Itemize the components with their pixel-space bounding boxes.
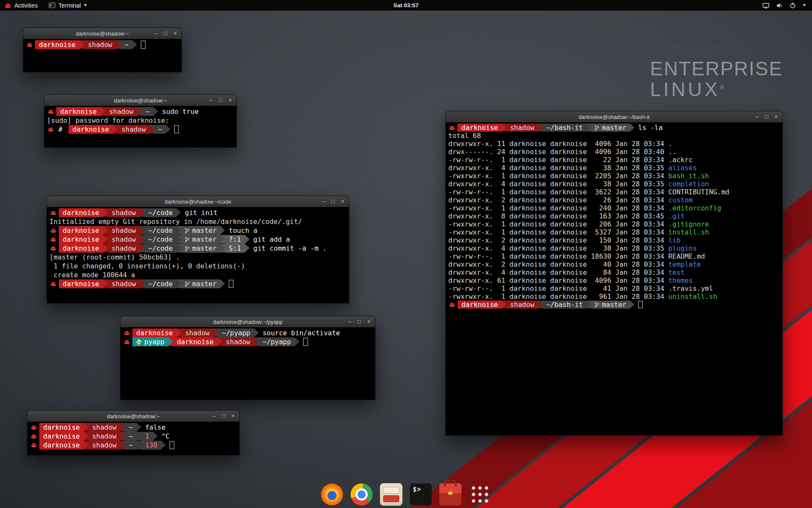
maximize-button[interactable]: □ bbox=[765, 111, 768, 122]
terminal-output: drwxrwxr-x. 2 darknoise darknoise 40 Jan… bbox=[447, 260, 668, 268]
minimize-button[interactable]: – bbox=[322, 196, 325, 207]
prompt-segment-path: ~ bbox=[142, 107, 154, 116]
rhel-branding: RED HAT® ENTERPRISE LINUX® bbox=[650, 42, 783, 100]
powerline-arrow-icon bbox=[176, 279, 181, 288]
prompt-segment-host: shadow bbox=[88, 423, 121, 432]
maximize-button[interactable]: □ bbox=[164, 28, 167, 39]
clock[interactable]: Sat 03:57 bbox=[393, 2, 418, 8]
minimize-button[interactable]: – bbox=[755, 111, 758, 122]
terminal-line: drwxrwxr-x. 4 darknoise darknoise 38 Jan… bbox=[447, 180, 781, 188]
prompt-segment-exit: 1 bbox=[141, 432, 153, 441]
close-button[interactable]: × bbox=[228, 95, 232, 106]
minimize-button[interactable]: – bbox=[348, 316, 351, 327]
terminal-output: .git bbox=[668, 212, 685, 220]
close-button[interactable]: × bbox=[173, 28, 177, 39]
terminal-line: -rwxrwxr-x. 1 darknoise darknoise 5327 J… bbox=[447, 228, 781, 236]
powerline-arrow-icon bbox=[166, 125, 170, 133]
command-text: ^C bbox=[162, 432, 170, 441]
redhat-icon bbox=[449, 124, 455, 132]
dock: $> bbox=[320, 483, 492, 506]
prompt-segment-host: shadow bbox=[506, 301, 538, 309]
window-titlebar[interactable]: darknoise@shadow:~/code – □ × bbox=[47, 196, 349, 207]
maximize-button[interactable]: □ bbox=[358, 316, 361, 327]
terminal-output: drwxrwxr-x. 2 darknoise darknoise 26 Jan… bbox=[447, 196, 668, 204]
terminal-line: darknoiseshadow~130 bbox=[29, 441, 238, 450]
prompt-segment-path: ~/code bbox=[145, 208, 177, 217]
prompt-segment-user: darknoise bbox=[59, 244, 103, 253]
git-branch-icon bbox=[595, 125, 599, 131]
terminal-output: plugins bbox=[668, 244, 697, 252]
prompt-segment-gitstat: S:1 bbox=[225, 244, 245, 253]
minimize-button[interactable]: – bbox=[212, 411, 215, 422]
prompt-segment-path: ~/code bbox=[145, 279, 177, 288]
dock-toolbox[interactable] bbox=[439, 483, 462, 506]
powerline-arrow-icon bbox=[502, 124, 506, 131]
redhat-icon bbox=[30, 423, 37, 432]
terminal-content[interactable]: darknoiseshadow~/pyappsource bin/activat… bbox=[121, 327, 375, 400]
terminal-line: darknoiseshadow~/codemaster bbox=[49, 279, 347, 288]
terminal-content[interactable]: darknoiseshadow~falsedarknoiseshadow~1^C… bbox=[27, 422, 239, 455]
minimize-button[interactable]: – bbox=[154, 28, 157, 39]
terminal-cursor bbox=[303, 338, 308, 346]
terminal-line: drwxrwxr-x. 11 darknoise darknoise 4096 … bbox=[447, 140, 781, 148]
maximize-button[interactable]: □ bbox=[222, 411, 225, 422]
terminal-output: -rwxrwxr-x. 1 darknoise darknoise 240 Ja… bbox=[447, 204, 668, 212]
prompt-segment-host: shadow bbox=[105, 107, 137, 116]
window-titlebar[interactable]: darknoise@shadow:~/bash-it – □ × bbox=[446, 111, 782, 123]
terminal-output: -rw-rw-r--. 1 darknoise darknoise 22 Jan… bbox=[447, 156, 668, 164]
powerline-arrow-icon bbox=[176, 208, 181, 217]
dock-show-applications[interactable] bbox=[468, 483, 492, 506]
terminal-line: drwxrwxr-x. 4 darknoise darknoise 84 Jan… bbox=[447, 268, 781, 276]
git-branch-icon bbox=[185, 228, 189, 234]
prompt-segment-host: shadow bbox=[84, 40, 116, 49]
terminal-window-pyapp: darknoise@shadow:~/pyapp – □ × darknoise… bbox=[120, 316, 376, 400]
window-title: darknoise@shadow:~/bash-it bbox=[446, 114, 782, 120]
close-button[interactable]: × bbox=[231, 411, 235, 422]
window-titlebar[interactable]: darknoise@shadow:~ – □ × bbox=[23, 28, 181, 39]
window-titlebar[interactable]: darknoise@shadow:~ – □ × bbox=[44, 95, 236, 106]
prompt-segment-path: ~ bbox=[125, 423, 137, 432]
terminal-line: darknoiseshadow~/pyappsource bin/activat… bbox=[122, 329, 373, 337]
terminal-content[interactable]: darknoiseshadow~sudo true[sudo] password… bbox=[44, 106, 236, 147]
activities-button[interactable]: Activities bbox=[0, 0, 42, 11]
maximize-button[interactable]: □ bbox=[219, 95, 222, 106]
redhat-icon bbox=[30, 441, 37, 450]
terminal-output: .gitignore bbox=[668, 220, 709, 228]
terminal-output: .travis.yml bbox=[668, 284, 713, 293]
dock-terminal[interactable]: $> bbox=[409, 483, 433, 506]
close-button[interactable]: × bbox=[341, 196, 344, 207]
terminal-output: bash_it.sh bbox=[668, 172, 709, 180]
dock-files[interactable] bbox=[379, 483, 403, 506]
powerline-arrow-icon bbox=[103, 244, 108, 252]
terminal-output: themes bbox=[668, 276, 693, 284]
dock-chrome[interactable] bbox=[350, 483, 373, 506]
power-icon[interactable] bbox=[790, 2, 796, 8]
prompt-segment-exit: 130 bbox=[141, 441, 161, 450]
terminal-content[interactable]: darknoiseshadow~ bbox=[23, 39, 181, 72]
redhat-icon bbox=[50, 235, 57, 244]
terminal-output: drwxrwxr-x. 2 darknoise darknoise 150 Ja… bbox=[447, 236, 668, 244]
window-titlebar[interactable]: darknoise@shadow:~ – □ × bbox=[27, 411, 239, 422]
app-menu-terminal[interactable]: Terminal bbox=[44, 0, 92, 11]
terminal-content[interactable]: darknoiseshadow~/bash-itmasterls -latota… bbox=[446, 122, 782, 435]
prompt-segment-host: shadow bbox=[118, 125, 150, 134]
redhat-icon bbox=[50, 208, 57, 217]
command-text: git commit -a -m . bbox=[253, 244, 326, 253]
dock-firefox[interactable] bbox=[320, 483, 344, 506]
volume-icon[interactable] bbox=[776, 3, 783, 8]
system-menu[interactable] bbox=[763, 0, 812, 11]
terminal-content[interactable]: darknoiseshadow~/codegit initInitialized… bbox=[47, 207, 349, 303]
maximize-button[interactable]: □ bbox=[332, 196, 335, 207]
powerline-arrow-icon bbox=[103, 208, 108, 217]
app-grid-icon bbox=[470, 485, 490, 504]
display-icon[interactable] bbox=[763, 3, 769, 8]
powerline-arrow-icon bbox=[137, 423, 141, 431]
close-button[interactable]: × bbox=[367, 316, 370, 327]
close-button[interactable]: × bbox=[774, 111, 778, 122]
powerline-arrow-icon bbox=[587, 124, 591, 131]
redhat-icon bbox=[123, 329, 130, 337]
window-titlebar[interactable]: darknoise@shadow:~/pyapp – □ × bbox=[121, 316, 375, 328]
prompt-segment-git: master bbox=[181, 279, 220, 288]
minimize-button[interactable]: – bbox=[209, 95, 212, 106]
powerline-arrow-icon bbox=[220, 279, 225, 288]
